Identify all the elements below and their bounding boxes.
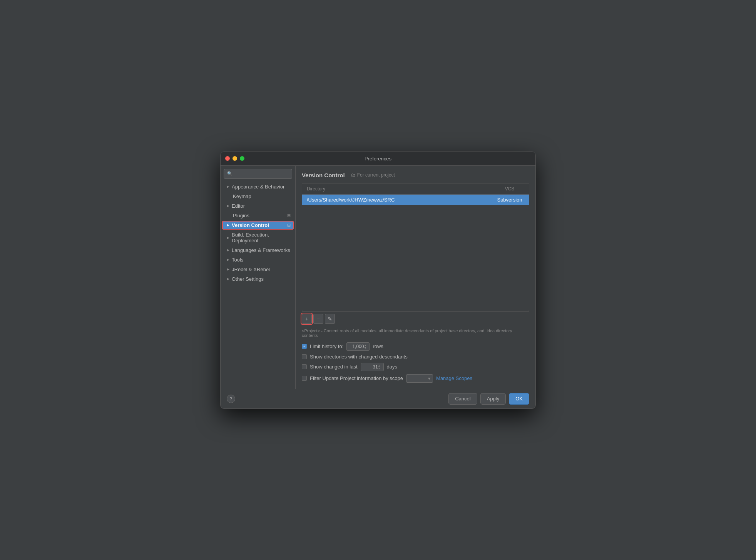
traffic-lights — [225, 156, 244, 161]
maximize-button[interactable] — [240, 156, 244, 161]
sidebar-item-version-control[interactable]: ▶ Version Control ⊞ — [222, 221, 294, 230]
limit-history-input[interactable]: ▲ ▼ — [346, 342, 370, 351]
preferences-window: Preferences 🔍 ▶ Appearance & Behavior Ke… — [220, 152, 536, 409]
search-icon: 🔍 — [227, 171, 232, 176]
remove-button[interactable]: − — [313, 314, 323, 324]
stepper2[interactable]: ▲ ▼ — [378, 364, 381, 370]
sidebar-item-label: Plugins — [233, 213, 249, 218]
ok-button[interactable]: OK — [509, 393, 529, 405]
main-content: 🔍 ▶ Appearance & Behavior Keymap ▶ Edito… — [221, 166, 535, 389]
scope-dropdown[interactable]: ▾ — [406, 374, 433, 383]
show-changed-last-row: Show changed in last ▲ ▼ days — [302, 363, 529, 371]
sidebar-item-other[interactable]: ▶ Other Settings — [222, 275, 294, 283]
show-changed-last-value[interactable] — [363, 364, 378, 370]
search-input[interactable] — [234, 171, 289, 177]
sidebar-item-appearance[interactable]: ▶ Appearance & Behavior — [222, 182, 294, 191]
toolbar: + − ✎ — [302, 311, 529, 326]
sidebar-item-label: Version Control — [232, 222, 269, 228]
sidebar-item-label: Editor — [232, 203, 245, 209]
rows-unit-label: rows — [373, 343, 383, 349]
chevron-right-icon: ▶ — [227, 248, 229, 252]
chevron-right-icon: ▶ — [227, 185, 229, 188]
sidebar-item-label: Languages & Frameworks — [232, 247, 290, 253]
help-button[interactable]: ? — [227, 395, 235, 403]
limit-history-label: Limit history to: — [310, 343, 343, 349]
table-header: Directory VCS — [302, 183, 529, 195]
hint-text: <Project> - Content roots of all modules… — [302, 328, 529, 338]
sidebar-item-jrebel[interactable]: ▶ JRebel & XRebel — [222, 265, 294, 274]
plugins-icon: ⊞ — [287, 213, 291, 218]
sidebar-item-plugins[interactable]: Plugins ⊞ — [222, 211, 294, 220]
action-buttons: Cancel Apply OK — [448, 393, 529, 405]
sidebar-item-label: JRebel & XRebel — [232, 267, 270, 272]
add-button[interactable]: + — [302, 314, 312, 324]
chevron-right-icon: ▶ — [227, 223, 229, 227]
checkmark-icon: ✓ — [303, 345, 306, 348]
stepper[interactable]: ▲ ▼ — [364, 344, 366, 349]
bottom-bar: ? Cancel Apply OK — [221, 389, 535, 408]
show-changed-last-input[interactable]: ▲ ▼ — [361, 363, 384, 371]
sidebar-item-tools[interactable]: ▶ Tools — [222, 255, 294, 264]
show-changed-descendants-checkbox[interactable] — [302, 354, 307, 359]
cancel-button[interactable]: Cancel — [448, 393, 477, 405]
show-changed-descendants-row: Show directories with changed descendant… — [302, 354, 529, 360]
sidebar-item-languages[interactable]: ▶ Languages & Frameworks — [222, 246, 294, 255]
sidebar-item-label: Keymap — [233, 193, 251, 199]
apply-button[interactable]: Apply — [480, 393, 506, 405]
stepper-down2[interactable]: ▼ — [378, 367, 381, 370]
sidebar: 🔍 ▶ Appearance & Behavior Keymap ▶ Edito… — [221, 166, 296, 389]
directory-cell: /Users/Shared/work/JHWZ/newwz/SRC — [302, 195, 490, 205]
sidebar-item-editor[interactable]: ▶ Editor — [222, 202, 294, 210]
sidebar-item-label: Appearance & Behavior — [232, 184, 284, 190]
search-box[interactable]: 🔍 — [224, 169, 292, 179]
dropdown-arrow-icon: ▾ — [428, 376, 430, 381]
sidebar-item-build[interactable]: ▶ Build, Execution, Deployment — [222, 230, 294, 245]
sidebar-item-label: Other Settings — [232, 276, 264, 282]
sidebar-item-label: Build, Execution, Deployment — [232, 232, 291, 243]
chevron-right-icon: ▶ — [227, 204, 229, 208]
limit-history-value[interactable] — [348, 344, 364, 349]
version-control-icon: ⊞ — [287, 223, 291, 228]
manage-scopes-link[interactable]: Manage Scopes — [436, 375, 472, 381]
page-title: Version Control — [302, 172, 345, 178]
filter-update-row: Filter Update Project information by sco… — [302, 374, 529, 383]
chevron-right-icon: ▶ — [227, 267, 229, 271]
limit-history-row: ✓ Limit history to: ▲ ▼ rows — [302, 342, 529, 351]
table-body: /Users/Shared/work/JHWZ/newwz/SRC Subver… — [302, 195, 529, 311]
directory-column-header: Directory — [302, 185, 490, 193]
stepper-up2[interactable]: ▲ — [378, 364, 381, 367]
chevron-right-icon: ▶ — [227, 277, 229, 281]
window-title: Preferences — [365, 156, 391, 162]
vcs-cell: Subversion — [490, 195, 529, 205]
close-button[interactable] — [225, 156, 230, 161]
edit-button[interactable]: ✎ — [325, 314, 335, 324]
minimize-button[interactable] — [232, 156, 237, 161]
chevron-right-icon: ▶ — [227, 236, 229, 240]
show-changed-last-checkbox[interactable] — [302, 364, 307, 369]
table-row[interactable]: /Users/Shared/work/JHWZ/newwz/SRC Subver… — [302, 195, 529, 205]
filter-update-checkbox[interactable] — [302, 376, 307, 381]
settings-section: ✓ Limit history to: ▲ ▼ rows — [302, 342, 529, 383]
vcs-column-header: VCS — [490, 185, 529, 193]
content-header: Version Control 🗂 For current project — [302, 172, 529, 178]
edit-icon: ✎ — [328, 316, 332, 322]
bottom-content: + − ✎ <Project> - Content roots of all m… — [302, 311, 529, 383]
show-changed-last-label: Show changed in last — [310, 364, 358, 370]
stepper-down[interactable]: ▼ — [364, 347, 366, 349]
filter-update-label: Filter Update Project information by sco… — [310, 375, 403, 381]
stepper-up[interactable]: ▲ — [364, 344, 366, 347]
vcs-table: Directory VCS /Users/Shared/work/JHWZ/ne… — [302, 183, 529, 311]
content-area: Version Control 🗂 For current project Di… — [296, 166, 535, 389]
project-icon: 🗂 — [351, 172, 356, 178]
sidebar-item-keymap[interactable]: Keymap — [222, 192, 294, 201]
chevron-right-icon: ▶ — [227, 258, 229, 262]
days-unit-label: days — [387, 364, 397, 370]
titlebar: Preferences — [221, 152, 535, 166]
project-scope-label: 🗂 For current project — [351, 172, 395, 178]
sidebar-item-label: Tools — [232, 257, 243, 263]
limit-history-checkbox[interactable]: ✓ — [302, 344, 307, 349]
show-changed-descendants-label: Show directories with changed descendant… — [310, 354, 408, 360]
